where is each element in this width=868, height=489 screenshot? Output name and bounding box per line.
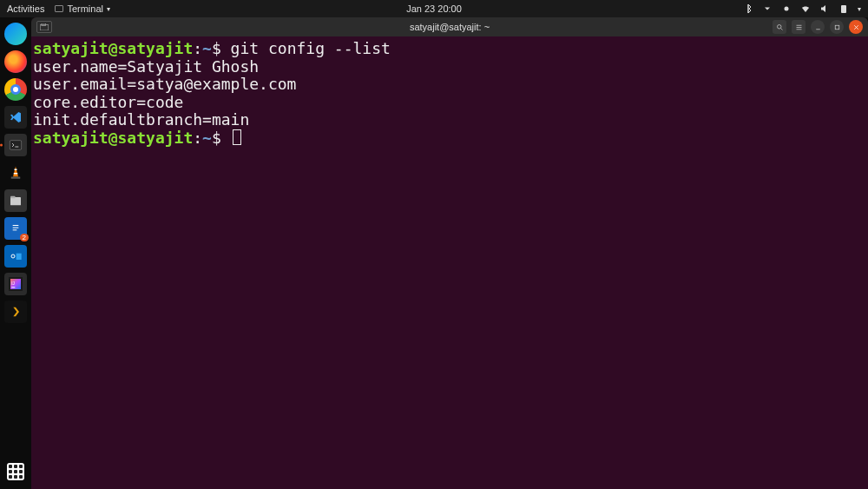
badge-count: 2 (20, 234, 29, 241)
desktop: satyajit@satyajit: ~ satyajit@satyajit:~… (31, 17, 868, 489)
window-title: satyajit@satyajit: ~ (410, 22, 490, 32)
wifi-icon (800, 3, 811, 14)
system-tray[interactable]: ▾ (743, 3, 861, 14)
prompt-sep: : (193, 129, 202, 147)
svg-rect-3 (11, 177, 21, 179)
svg-rect-14 (16, 254, 22, 260)
svg-rect-5 (14, 173, 18, 175)
maximize-icon (833, 23, 841, 31)
entered-command: git config --list (231, 39, 391, 57)
cursor (233, 129, 241, 145)
chevron-down-icon (762, 3, 773, 14)
prompt-path: ~ (202, 39, 212, 57)
dropdown-triangle-icon: ▾ (107, 5, 110, 13)
svg-rect-8 (11, 222, 21, 234)
dock-item-outlook[interactable] (4, 245, 27, 268)
show-applications-button[interactable] (7, 463, 24, 480)
terminal-content[interactable]: satyajit@satyajit:~$ git config --list u… (31, 36, 868, 489)
output-line: init.defaultbranch=main (33, 110, 249, 129)
svg-rect-12 (10, 252, 16, 261)
dock-item-edge[interactable] (4, 23, 27, 45)
dock-item-firefox[interactable] (4, 50, 27, 73)
prompt-user-host: satyajit@satyajit (33, 39, 193, 57)
close-icon (852, 23, 860, 31)
terminal-window: satyajit@satyajit: ~ satyajit@satyajit:~… (31, 17, 868, 489)
volume-icon (819, 3, 830, 14)
svg-rect-7 (10, 196, 15, 199)
svg-rect-1 (841, 5, 846, 13)
output-line: user.name=Satyajit Ghosh (33, 57, 259, 76)
dock-item-files[interactable] (4, 189, 27, 212)
bluetooth-icon (743, 3, 753, 14)
minimize-button[interactable] (811, 20, 825, 34)
svg-text:IJ: IJ (11, 281, 15, 286)
search-icon (776, 23, 784, 31)
dock-item-vlc[interactable] (4, 162, 27, 184)
output-line: core.editor=code (33, 93, 183, 111)
dock-item-idea[interactable]: IJ (4, 273, 27, 295)
svg-rect-22 (835, 25, 839, 30)
new-tab-button[interactable] (36, 21, 52, 33)
dock-item-chrome[interactable] (4, 78, 27, 101)
output-line: user.email=satya@example.com (33, 75, 296, 93)
activities-button[interactable]: Activities (7, 3, 44, 14)
clock[interactable]: Jan 23 20:00 (406, 3, 462, 14)
night-light-icon (781, 3, 792, 14)
hamburger-icon (795, 23, 803, 31)
svg-rect-4 (15, 169, 17, 171)
prompt-sep: : (193, 39, 202, 57)
tab-icon (40, 23, 49, 30)
dock-item-vscode[interactable] (4, 106, 27, 129)
svg-point-0 (785, 7, 789, 11)
dock-item-plex[interactable] (4, 301, 27, 323)
maximize-button[interactable] (830, 20, 844, 34)
terminal-small-icon (55, 5, 63, 12)
svg-rect-11 (13, 229, 17, 230)
active-app-menu[interactable]: Terminal ▾ (55, 3, 110, 14)
prompt-symbol: $ (212, 129, 221, 147)
svg-rect-2 (10, 141, 21, 150)
window-titlebar[interactable]: satyajit@satyajit: ~ (31, 17, 868, 36)
dock: 2 IJ (0, 17, 31, 489)
system-menu-chevron-icon: ▾ (858, 5, 861, 13)
svg-point-21 (777, 24, 781, 29)
active-app-label: Terminal (67, 3, 103, 14)
hamburger-menu-button[interactable] (792, 20, 806, 34)
svg-rect-6 (10, 197, 21, 205)
prompt-symbol: $ (212, 39, 221, 57)
dock-item-writer[interactable]: 2 (4, 217, 27, 240)
dock-item-terminal[interactable] (4, 134, 27, 156)
search-button[interactable] (773, 20, 786, 34)
svg-rect-9 (13, 225, 19, 226)
prompt-user-host: satyajit@satyajit (33, 129, 193, 147)
svg-rect-18 (11, 287, 15, 287)
svg-rect-10 (13, 228, 19, 228)
minimize-icon (814, 23, 822, 31)
prompt-path: ~ (202, 129, 212, 147)
close-button[interactable] (849, 20, 863, 34)
battery-icon (838, 3, 849, 14)
gnome-topbar: Activities Terminal ▾ Jan 23 20:00 ▾ (0, 0, 868, 17)
